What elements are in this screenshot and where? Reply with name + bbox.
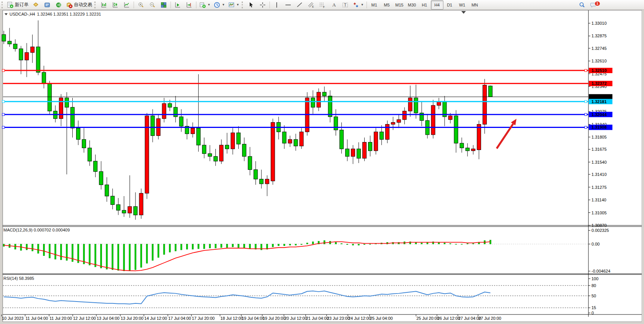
autotrading-icon: [66, 2, 73, 8]
macd-histogram-bar: [461, 244, 462, 244]
candle-body: [134, 206, 137, 215]
macd-histogram-bar: [95, 244, 96, 267]
tile-windows-button[interactable]: [158, 0, 169, 10]
time-tick-label: 27 Jul 04:00: [458, 316, 481, 321]
horizontal-line-icon: [285, 2, 292, 8]
autotrading-button[interactable]: 自动交易: [64, 0, 94, 10]
chevron-down-icon: ▼: [236, 3, 239, 6]
chart-shift-button[interactable]: [183, 0, 195, 10]
rsi-tick-label: 0: [591, 311, 594, 315]
timeframe-button-W1[interactable]: W1: [456, 0, 469, 10]
timeframe-button-M5[interactable]: M5: [381, 0, 393, 10]
arrows-button[interactable]: ▼: [351, 0, 365, 10]
macd-histogram-bar: [238, 244, 239, 247]
bar-chart-button[interactable]: [98, 0, 110, 10]
price-badge-label: 1.32372: [591, 81, 607, 86]
toolbar-separator: [196, 2, 196, 8]
line-handle[interactable]: [2, 101, 5, 103]
macd-histogram-bar: [444, 243, 445, 244]
time-tick-label: 18 Jul 12:00: [220, 316, 243, 321]
time-tick-label: 10 Jul 2023: [2, 316, 24, 321]
candle-body: [8, 41, 11, 44]
timeframe-button-H4[interactable]: H4: [431, 0, 443, 10]
blue-app-button[interactable]: [41, 0, 53, 10]
candle-body: [437, 102, 441, 105]
templates-button[interactable]: ▼: [226, 0, 241, 10]
time-tick-label: 24 Jul 12:00: [348, 316, 371, 321]
blue-app-icon: [44, 2, 51, 8]
vertical-line-button[interactable]: [271, 0, 282, 10]
trendline-button[interactable]: [294, 0, 305, 10]
line-handle[interactable]: [2, 69, 5, 72]
timeframe-button-M15[interactable]: M15: [393, 0, 406, 10]
time-tick-label: 17 Jul 20:00: [192, 316, 215, 321]
toolbar-grip[interactable]: [242, 2, 244, 8]
macd-histogram-bar: [43, 244, 45, 256]
line-handle[interactable]: [2, 126, 5, 128]
toolbar-grip[interactable]: [2, 2, 4, 8]
label-button[interactable]: T: [340, 0, 351, 10]
price-tick-label: 1.31540: [591, 160, 607, 164]
auto-scroll-button[interactable]: [172, 0, 183, 10]
time-tick-label: 23 Jul 23:00: [327, 316, 350, 321]
zoom-in-button[interactable]: [135, 0, 147, 10]
chevron-down-icon: ▼: [222, 3, 225, 6]
vertical-line-icon: [273, 2, 280, 8]
label-icon: T: [342, 2, 349, 8]
line-handle[interactable]: [585, 113, 587, 116]
fibonacci-button[interactable]: F: [317, 0, 328, 10]
crosshair-button[interactable]: [257, 0, 268, 10]
macd-histogram-bar: [175, 244, 176, 251]
new-order-button[interactable]: 新订单: [5, 0, 30, 10]
rsi-tick-label: 80: [591, 283, 596, 288]
horizontal-line-button[interactable]: [282, 0, 294, 10]
macd-histogram-bar: [244, 244, 245, 248]
rsi-tick-label: 15: [591, 305, 596, 310]
macd-histogram-bar: [54, 244, 56, 259]
candle-body: [99, 172, 103, 185]
macd-histogram-bar: [278, 244, 279, 246]
line-chart-button[interactable]: [121, 0, 132, 10]
macd-histogram-bar: [60, 244, 62, 260]
search-button[interactable]: [576, 0, 588, 10]
candle-body: [82, 139, 86, 148]
line-handle[interactable]: [585, 126, 587, 128]
price-badge-label: 1.32510: [591, 68, 607, 73]
line-handle[interactable]: [2, 113, 5, 116]
timeframe-button-D1[interactable]: D1: [443, 0, 456, 10]
candle-body: [386, 124, 389, 140]
candle-body: [237, 133, 241, 144]
timeframe-button-H1[interactable]: H1: [418, 0, 431, 10]
line-handle[interactable]: [585, 101, 587, 103]
channel-button[interactable]: E: [305, 0, 317, 10]
candle-body: [202, 145, 206, 153]
indicators-button[interactable]: ▼: [198, 0, 212, 10]
macd-histogram-bar: [272, 244, 274, 247]
timeframe-button-M30[interactable]: M30: [406, 0, 418, 10]
timeframe-button-M1[interactable]: M1: [368, 0, 381, 10]
candle-body: [48, 84, 51, 111]
periods-button[interactable]: ▼: [212, 0, 226, 10]
candle-body: [70, 107, 74, 128]
collapse-icon[interactable]: [5, 13, 8, 15]
chevron-down-icon: ▼: [207, 3, 210, 6]
macd-histogram-bar: [455, 244, 457, 244]
chart-canvas[interactable]: 1.330101.328751.327451.326101.324751.323…: [0, 0, 644, 324]
candlestick-chart-button[interactable]: [110, 0, 121, 10]
notifications-button[interactable]: 1: [588, 0, 599, 10]
periods-clock-icon: [214, 2, 220, 8]
timeframe-button-MN[interactable]: MN: [469, 0, 481, 10]
gold-diamond-button[interactable]: [30, 0, 41, 10]
candle-body: [231, 133, 235, 149]
toolbar-grip[interactable]: [94, 2, 97, 8]
line-handle[interactable]: [585, 69, 587, 72]
crosshair-icon: [259, 2, 266, 8]
cursor-button[interactable]: [245, 0, 257, 10]
macd-tick-label: 0.00: [591, 242, 599, 246]
text-button[interactable]: A: [328, 0, 340, 10]
macd-histogram-bar: [135, 244, 136, 270]
green-signal-button[interactable]: [53, 0, 64, 10]
candle-body: [265, 179, 269, 184]
zoom-out-button[interactable]: [147, 0, 158, 10]
candle-body: [116, 204, 120, 210]
